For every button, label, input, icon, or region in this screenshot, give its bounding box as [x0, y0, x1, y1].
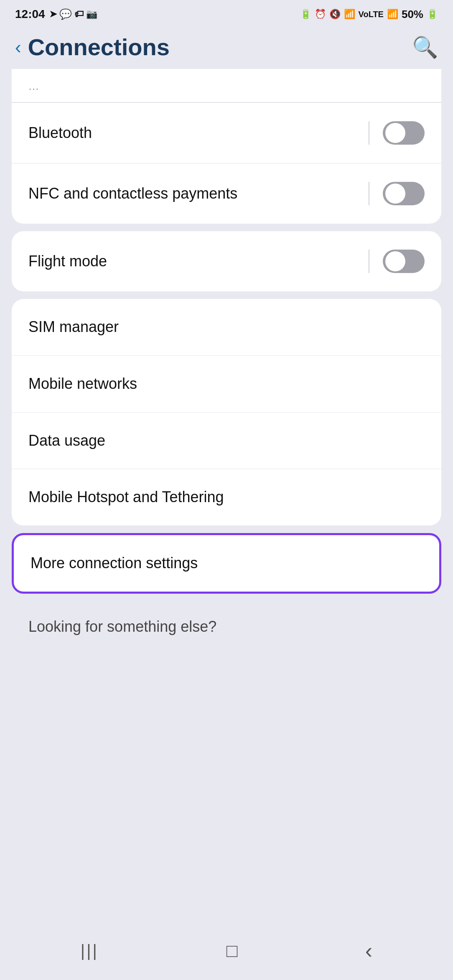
bluetooth-row[interactable]: Bluetooth [12, 102, 441, 163]
wifi-icon: 📶 [344, 9, 355, 20]
header: ‹ Connections 🔍 [0, 25, 453, 69]
sim-manager-label: SIM manager [28, 317, 425, 337]
flight-mode-label: Flight mode [28, 252, 369, 271]
nfc-divider [369, 182, 369, 205]
footer-section: Looking for something else? [12, 603, 441, 651]
partial-top-row[interactable]: ... [12, 69, 441, 102]
nfc-toggle-container [369, 182, 425, 205]
alarm-icon: ⏰ [315, 9, 326, 20]
bluetooth-label: Bluetooth [28, 123, 369, 143]
navigation-icon: ➤ [49, 9, 57, 20]
flight-mode-toggle-container [369, 250, 425, 273]
signal-strength-label: VoLTE [359, 10, 384, 19]
mobile-networks-label: Mobile networks [28, 374, 425, 394]
hotspot-row[interactable]: Mobile Hotspot and Tethering [12, 469, 441, 526]
battery-charging-icon: 🔋 [300, 9, 311, 20]
battery-icon: 🔋 [427, 9, 438, 20]
data-usage-row[interactable]: Data usage [12, 413, 441, 470]
more-connection-label: More connection settings [31, 554, 422, 573]
status-right: 🔋 ⏰ 🔇 📶 VoLTE 📶 50% 🔋 [300, 8, 438, 21]
flight-mode-toggle-knob [385, 251, 405, 271]
more-connection-row[interactable]: More connection settings [14, 535, 439, 592]
content-area: ... Bluetooth NFC and contactless paymen… [0, 69, 453, 926]
bluetooth-nfc-card: ... Bluetooth NFC and contactless paymen… [12, 69, 441, 224]
nfc-toggle[interactable] [383, 182, 425, 205]
flight-mode-divider [369, 250, 369, 273]
back-button[interactable]: ‹ [15, 38, 21, 56]
whatsapp-icon: 💬 [59, 8, 72, 20]
search-button[interactable]: 🔍 [412, 35, 438, 59]
mobile-networks-row[interactable]: Mobile networks [12, 356, 441, 413]
bottom-nav: ||| □ ‹ [0, 926, 453, 980]
page-title: Connections [28, 33, 170, 61]
bluetooth-toggle-container [369, 121, 425, 145]
message-icon: 🏷 [74, 9, 84, 20]
partial-row-label: ... [28, 77, 425, 94]
status-time: 12:04 [15, 8, 45, 21]
bluetooth-divider [369, 121, 369, 145]
nav-items-card: SIM manager Mobile networks Data usage M… [12, 299, 441, 526]
bluetooth-toggle-knob [385, 123, 405, 143]
recent-apps-button[interactable]: ||| [81, 942, 99, 960]
signal-bars-icon: 📶 [387, 9, 398, 20]
more-connection-card: More connection settings [12, 533, 441, 594]
back-nav-button[interactable]: ‹ [365, 938, 372, 963]
home-button[interactable]: □ [226, 940, 238, 961]
data-usage-label: Data usage [28, 431, 425, 451]
status-left: 12:04 ➤ 💬 🏷 📷 [15, 8, 97, 21]
mute-icon: 🔇 [329, 9, 341, 20]
sim-manager-row[interactable]: SIM manager [12, 299, 441, 356]
instagram-icon: 📷 [86, 9, 97, 20]
battery-percent: 50% [402, 8, 423, 21]
nfc-row[interactable]: NFC and contactless payments [12, 163, 441, 224]
status-left-icons: ➤ 💬 🏷 📷 [49, 8, 97, 20]
flight-mode-row[interactable]: Flight mode [12, 231, 441, 291]
header-left: ‹ Connections [15, 33, 170, 61]
flight-mode-card: Flight mode [12, 231, 441, 291]
status-bar: 12:04 ➤ 💬 🏷 📷 🔋 ⏰ 🔇 📶 VoLTE 📶 50% 🔋 [0, 0, 453, 25]
nfc-label: NFC and contactless payments [28, 184, 369, 204]
footer-text: Looking for something else? [28, 618, 216, 635]
bluetooth-toggle[interactable] [383, 121, 425, 145]
nfc-toggle-knob [385, 184, 405, 204]
hotspot-label: Mobile Hotspot and Tethering [28, 487, 425, 507]
flight-mode-toggle[interactable] [383, 250, 425, 273]
